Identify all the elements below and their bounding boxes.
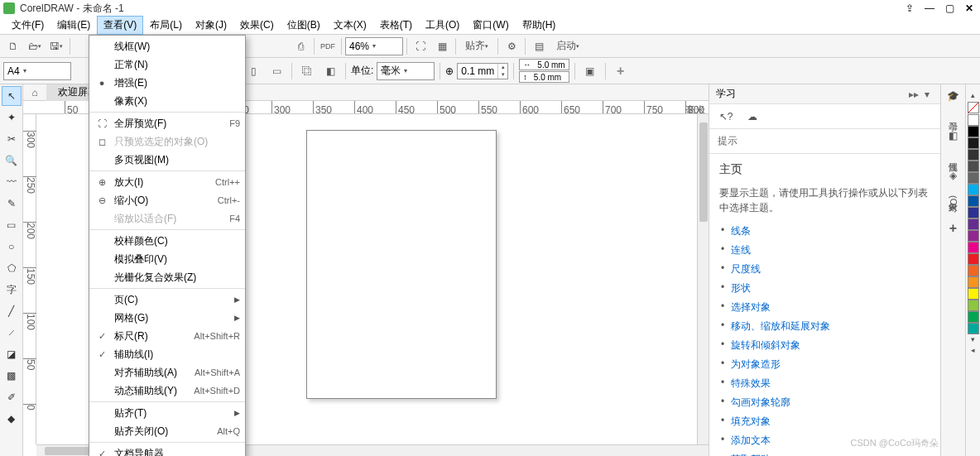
menu-item[interactable]: 像素(X)	[89, 92, 245, 110]
export-icon[interactable]: ⇪	[902, 2, 917, 14]
menu-item[interactable]: ●增强(E)	[89, 74, 245, 92]
new-icon[interactable]: 🗋	[3, 36, 23, 56]
pick-tool-icon[interactable]: ↖	[2, 86, 22, 106]
no-color-swatch[interactable]	[968, 102, 979, 113]
dup-x-spinner[interactable]: ↔5.0 mm	[519, 59, 569, 70]
color-swatch[interactable]	[968, 265, 979, 276]
color-swatch[interactable]	[968, 230, 979, 242]
shape-tool-icon[interactable]: ✦	[2, 108, 22, 127]
menu-item[interactable]: ⊕放大(I)Ctrl++	[89, 173, 245, 191]
palette-flyout-icon[interactable]: ◂	[971, 346, 975, 356]
menu-edit[interactable]: 编辑(E)	[50, 16, 97, 35]
close-button[interactable]: ✕	[962, 2, 977, 14]
topic-link[interactable]: 连线	[731, 244, 751, 256]
pointer-mode-icon[interactable]: ↖?	[716, 108, 736, 126]
landscape-icon[interactable]: ▭	[267, 61, 286, 81]
launch-button[interactable]: 启动 ▾	[550, 36, 585, 56]
polygon-tool-icon[interactable]: ⬠	[2, 258, 22, 278]
eyedropper-tool-icon[interactable]: ✐	[2, 387, 22, 407]
docker-learn[interactable]: 学习	[945, 111, 961, 121]
topic-link[interactable]: 勾画对象轮廓	[731, 396, 790, 408]
nudge-spinner[interactable]: 0.1 mm ▴▾	[457, 63, 508, 79]
dup-y-spinner[interactable]: ↕5.0 mm	[519, 71, 569, 83]
units-combo[interactable]: 毫米 ▾	[377, 62, 435, 80]
pdf-icon[interactable]: PDF	[318, 36, 338, 56]
topic-link[interactable]: 尺度线	[731, 263, 761, 275]
cloud-icon[interactable]: ☁	[742, 108, 762, 126]
color-swatch[interactable]	[968, 161, 979, 172]
menu-item[interactable]: 光栅化复合效果(Z)	[89, 268, 245, 286]
menu-item[interactable]: ✓文档导航器	[89, 444, 245, 456]
color-swatch[interactable]	[968, 195, 979, 207]
menu-item[interactable]: 网格(G)▶	[89, 309, 245, 327]
home-tab-icon[interactable]: ⌂	[23, 87, 46, 98]
menu-item[interactable]: 对齐辅助线(A)Alt+Shift+A	[89, 363, 245, 382]
topic-link[interactable]: 选择对象	[731, 301, 771, 313]
docker-add-icon[interactable]: +	[945, 220, 962, 237]
text-tool-icon[interactable]: 字	[2, 280, 22, 300]
parallel-dim-icon[interactable]: ╱	[2, 301, 22, 321]
open-icon[interactable]: 🗁▾	[25, 36, 45, 56]
objects-icon[interactable]: ◈	[945, 167, 962, 184]
all-pages-icon[interactable]: ⿻	[297, 61, 317, 81]
menu-help[interactable]: 帮助(H)	[516, 16, 563, 35]
menu-text[interactable]: 文本(X)	[327, 16, 373, 35]
menu-object[interactable]: 对象(J)	[189, 16, 233, 35]
color-swatch[interactable]	[968, 149, 979, 161]
menu-view[interactable]: 查看(V)	[97, 16, 143, 35]
artistic-media-icon[interactable]: ✎	[2, 194, 22, 214]
topic-link[interactable]: 为对象造形	[731, 358, 781, 370]
palette-down-icon[interactable]: ▾	[971, 335, 975, 345]
menu-item[interactable]: 正常(N)	[89, 55, 245, 74]
menu-layout[interactable]: 布局(L)	[143, 16, 189, 35]
menu-item[interactable]: ✓辅助线(I)	[89, 345, 245, 363]
menu-effects[interactable]: 效果(C)	[233, 16, 281, 35]
color-swatch[interactable]	[968, 276, 979, 288]
zoom-combo[interactable]: 46% ▾	[345, 37, 403, 55]
options-icon[interactable]: ⚙	[502, 36, 521, 56]
docker-properties[interactable]: 属性	[945, 151, 961, 161]
transparency-tool-icon[interactable]: ▩	[2, 366, 22, 386]
ellipse-tool-icon[interactable]: ○	[2, 237, 22, 257]
menu-bitmap[interactable]: 位图(B)	[281, 16, 327, 35]
topic-link[interactable]: 特殊效果	[731, 377, 771, 389]
treat-as-filled-icon[interactable]: ▣	[580, 61, 600, 81]
dockers-icon[interactable]: ▤	[529, 36, 549, 56]
add-button[interactable]: +	[611, 61, 631, 81]
connector-tool-icon[interactable]: ⟋	[2, 323, 22, 343]
color-swatch[interactable]	[968, 218, 979, 230]
panel-menu-icon[interactable]: ▾	[920, 89, 934, 100]
properties-icon[interactable]: ◧	[945, 127, 962, 144]
topic-link[interactable]: 添加文本	[731, 434, 771, 446]
menu-item[interactable]: 动态辅助线(Y)Alt+Shift+D	[89, 382, 245, 400]
minimize-button[interactable]: —	[922, 2, 937, 14]
color-swatch[interactable]	[968, 114, 979, 126]
menu-window[interactable]: 窗口(W)	[466, 16, 515, 35]
zoom-tool-icon[interactable]: 🔍	[2, 151, 22, 170]
portrait-icon[interactable]: ▯	[243, 61, 263, 81]
color-swatch[interactable]	[968, 288, 979, 300]
menu-item[interactable]: ✓标尺(R)Alt+Shift+R	[89, 327, 245, 345]
topic-link[interactable]: 填充对象	[731, 415, 771, 427]
current-page-icon[interactable]: ◧	[320, 61, 340, 81]
color-swatch[interactable]	[968, 137, 979, 149]
preview-icon[interactable]: ▦	[432, 36, 452, 56]
menu-item[interactable]: 贴齐关闭(O)Alt+Q	[89, 422, 245, 440]
menu-item[interactable]: 模拟叠印(V)	[89, 250, 245, 268]
color-swatch[interactable]	[968, 184, 979, 195]
color-swatch[interactable]	[968, 300, 979, 311]
rectangle-tool-icon[interactable]: ▭	[2, 215, 22, 235]
topic-link[interactable]: 旋转和倾斜对象	[731, 339, 800, 351]
menu-item[interactable]: 线框(W)	[89, 37, 245, 55]
menu-item[interactable]: ⛶全屏预览(F)F9	[89, 114, 245, 132]
topic-link[interactable]: 线条	[731, 225, 751, 237]
palette-up-icon[interactable]: ▴	[971, 91, 975, 101]
topic-link[interactable]: 形状	[731, 282, 751, 294]
color-swatch[interactable]	[968, 242, 979, 253]
print-icon[interactable]: ⎙	[291, 36, 310, 56]
freehand-tool-icon[interactable]: 〰	[2, 172, 22, 192]
panel-prev-icon[interactable]: ▸▸	[907, 89, 920, 100]
menu-item[interactable]: 贴齐(T)▶	[89, 404, 245, 422]
menu-item[interactable]: 校样颜色(C)	[89, 232, 245, 250]
scrollbar-vertical[interactable]	[697, 114, 709, 444]
